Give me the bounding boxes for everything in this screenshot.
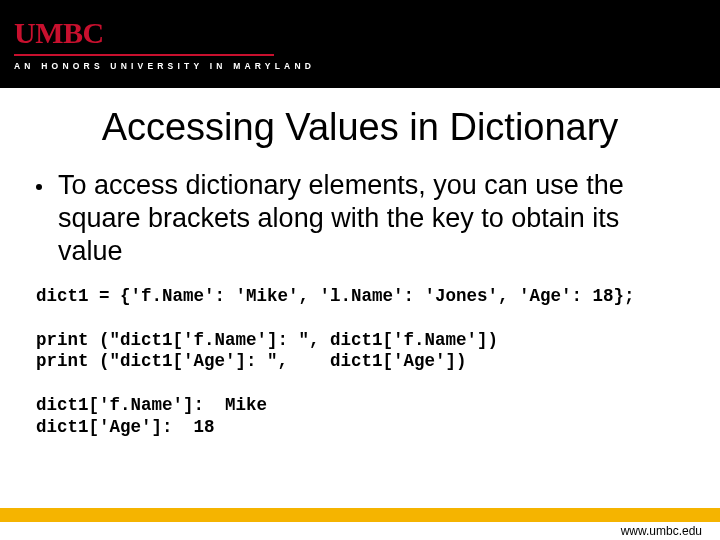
footer-url-row: www.umbc.edu: [0, 522, 720, 540]
slide: UMBC AN HONORS UNIVERSITY IN MARYLAND Ac…: [0, 0, 720, 540]
bullet-dot-icon: [36, 184, 42, 190]
output-block: dict1['f.Name']: Mike dict1['Age']: 18: [36, 395, 684, 439]
footer-gold-bar: [0, 508, 720, 522]
bullet-text: To access dictionary elements, you can u…: [58, 169, 684, 268]
code-block: dict1 = {'f.Name': 'Mike', 'l.Name': 'Jo…: [36, 286, 684, 374]
slide-content: To access dictionary elements, you can u…: [0, 169, 720, 439]
logo-block: UMBC AN HONORS UNIVERSITY IN MARYLAND: [14, 18, 315, 71]
logo-tagline: AN HONORS UNIVERSITY IN MARYLAND: [14, 61, 315, 71]
footer: www.umbc.edu: [0, 508, 720, 540]
footer-url: www.umbc.edu: [621, 524, 702, 538]
logo-text: UMBC: [14, 18, 315, 48]
bullet-item: To access dictionary elements, you can u…: [36, 169, 684, 268]
slide-title: Accessing Values in Dictionary: [0, 106, 720, 149]
header-bar: UMBC AN HONORS UNIVERSITY IN MARYLAND: [0, 0, 720, 88]
logo-rule: [14, 54, 274, 56]
